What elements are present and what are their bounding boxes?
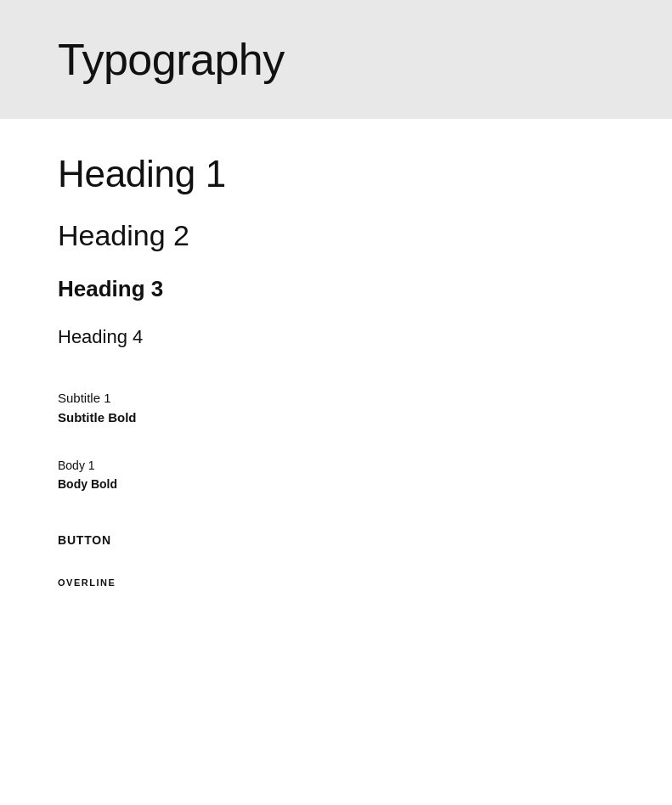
subtitle-bold: Subtitle Bold [58, 410, 614, 425]
body-1: Body 1 [58, 459, 614, 472]
heading-3: Heading 3 [58, 276, 614, 302]
body-bold: Body Bold [58, 477, 614, 491]
overline-text-label: OVERLINE [58, 577, 614, 588]
subtitle-1: Subtitle 1 [58, 391, 614, 405]
heading-4: Heading 4 [58, 326, 614, 348]
heading-2: Heading 2 [58, 219, 614, 252]
body-group: Body 1 Body Bold [58, 459, 614, 491]
button-group: BUTTON [58, 533, 614, 547]
heading-1: Heading 1 [58, 153, 614, 195]
subtitle-group: Subtitle 1 Subtitle Bold [58, 391, 614, 425]
overline-group: OVERLINE [58, 577, 614, 588]
page-title: Typography [58, 34, 285, 85]
button-text-label: BUTTON [58, 533, 614, 547]
content-section: Heading 1 Heading 2 Heading 3 Heading 4 … [0, 119, 672, 639]
header-section: Typography [0, 0, 672, 119]
